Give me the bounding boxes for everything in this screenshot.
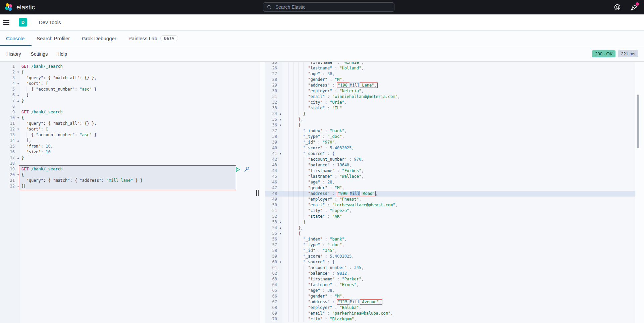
fold-close-icon[interactable]: ▴ [277, 117, 284, 122]
indent-guide [284, 214, 284, 219]
line-number: 69 [265, 311, 277, 316]
line-number: 38 [265, 134, 277, 140]
code-segment: "balance" [308, 163, 330, 167]
indent-guide [293, 202, 294, 208]
request-editor-panel[interactable]: 1GET /bank/_search2▾{3 "query": { "match… [0, 62, 260, 323]
indent-guide [284, 151, 284, 157]
code-segment: : [332, 89, 340, 93]
response-scrollbar-thumb[interactable] [637, 95, 639, 148]
fold-open-icon[interactable]: ▾ [277, 122, 284, 128]
fold-close-icon[interactable]: ▴ [277, 225, 284, 231]
code-segment: : [101, 178, 106, 183]
code-segment: "address" [308, 191, 330, 196]
code-segment [29, 167, 31, 171]
indent-guide [288, 77, 289, 83]
fold-open-icon[interactable]: ▾ [15, 81, 21, 87]
indent-guide [288, 219, 289, 225]
fold-spacer [277, 299, 284, 305]
code-text: "query": { "match": { "address": "mill l… [21, 178, 260, 183]
code-segment: : [320, 71, 327, 76]
toolbar-menu-settings[interactable]: Settings [31, 51, 48, 57]
tab-painless-lab[interactable]: Painless LabBETA [128, 35, 178, 41]
indent-guide [298, 202, 299, 208]
code-line-38: 38 "_type" : "_doc", [265, 134, 635, 140]
code-line-41: 41▾ "_source" : { [265, 151, 635, 157]
panel-resize-handle[interactable] [256, 190, 259, 196]
line-number: 2 [0, 69, 15, 75]
fold-close-icon[interactable]: ▴ [15, 155, 21, 161]
code-segment: , [361, 174, 364, 179]
indent-guide [284, 122, 284, 128]
search-input[interactable] [275, 4, 390, 10]
app-icon-badge[interactable]: D [19, 18, 27, 26]
fold-close-icon[interactable]: ▴ [277, 219, 284, 225]
code-segment: { [21, 172, 24, 177]
send-request-play-button[interactable] [235, 167, 240, 172]
notification-dot [636, 2, 639, 6]
indent-guide [293, 179, 294, 185]
code-line-66: 66 "gender" : "M", [265, 293, 635, 299]
newsfeed-button[interactable] [630, 4, 637, 11]
code-text: "age" : 28, [284, 179, 635, 185]
code-line-35: 35▴ }, [265, 117, 635, 122]
fold-open-icon[interactable]: ▾ [277, 231, 284, 236]
nav-menu-button[interactable] [0, 14, 13, 30]
code-line-13: 13 { "account_number": "asc" } [0, 132, 260, 138]
toolbar-menu-help[interactable]: Help [57, 51, 67, 57]
code-text: } [284, 111, 635, 117]
code-text: "_type" : "_doc", [284, 134, 635, 140]
code-segment: "_score" [303, 146, 323, 150]
indent-guide [288, 151, 289, 157]
indent-guide [284, 162, 284, 168]
code-segment: Mill [350, 83, 360, 88]
fold-close-icon[interactable]: ▴ [277, 111, 284, 117]
fold-open-icon[interactable]: ▾ [15, 126, 21, 132]
line-number: 7 [0, 98, 15, 104]
indent-guide [288, 122, 289, 128]
fold-spacer [277, 88, 284, 94]
tab-console[interactable]: Console [6, 36, 24, 41]
global-search-bar[interactable] [263, 2, 394, 12]
indent-guide [284, 140, 284, 145]
code-text: "_score" : 5.4032025, [284, 254, 635, 259]
fold-open-icon[interactable]: ▾ [15, 172, 21, 178]
indent-guide [284, 185, 284, 191]
line-number: 45 [265, 174, 277, 179]
indent-guide [293, 208, 294, 214]
elastic-brand[interactable]: elastic [0, 3, 35, 12]
line-number: 55 [265, 231, 277, 236]
code-segment [284, 197, 308, 202]
tab-search-profiler[interactable]: Search Profiler [37, 36, 70, 41]
header-breadcrumb-bar: D Dev Tools [0, 14, 644, 31]
code-segment: { [21, 87, 36, 92]
code-text: "sort": [ [21, 81, 260, 87]
code-line-28: 28 "gender" : "M", [265, 77, 635, 83]
line-number: 12 [0, 126, 15, 132]
indent-guide [298, 105, 299, 111]
code-segment: : [325, 94, 332, 99]
indent-guide [288, 236, 289, 242]
request-code-lines[interactable]: 1GET /bank/_search2▾{3 "query": { "match… [0, 62, 260, 189]
fold-open-icon[interactable]: ▾ [15, 69, 21, 75]
indent-guide [284, 191, 284, 197]
code-segment: "state" [308, 214, 325, 219]
indent-guide [303, 77, 304, 83]
tab-grok-debugger[interactable]: Grok Debugger [82, 36, 116, 41]
code-line-42: 42 "account_number" : 970, [265, 157, 635, 162]
fold-close-icon[interactable]: ▴ [15, 138, 21, 144]
request-options-wrench-button[interactable] [244, 167, 249, 172]
toolbar-menu-history[interactable]: History [6, 51, 21, 57]
top-navigation-bar: elastic [0, 0, 644, 14]
code-segment: : [41, 150, 46, 154]
code-segment [284, 300, 308, 304]
fold-open-icon[interactable]: ▾ [277, 259, 284, 265]
fold-close-icon[interactable]: ▴ [15, 183, 21, 189]
response-viewer-panel[interactable]: 25 "firstname" : "Winnie",26 "lastname" … [265, 62, 635, 323]
help-button[interactable] [613, 4, 621, 11]
fold-open-icon[interactable]: ▾ [15, 115, 21, 121]
fold-open-icon[interactable]: ▾ [277, 151, 284, 157]
fold-close-icon[interactable]: ▴ [15, 98, 21, 104]
code-text: "firstname" : "Winnie", [284, 62, 635, 65]
indent-guide [284, 265, 284, 271]
fold-close-icon[interactable]: ▴ [15, 92, 21, 98]
